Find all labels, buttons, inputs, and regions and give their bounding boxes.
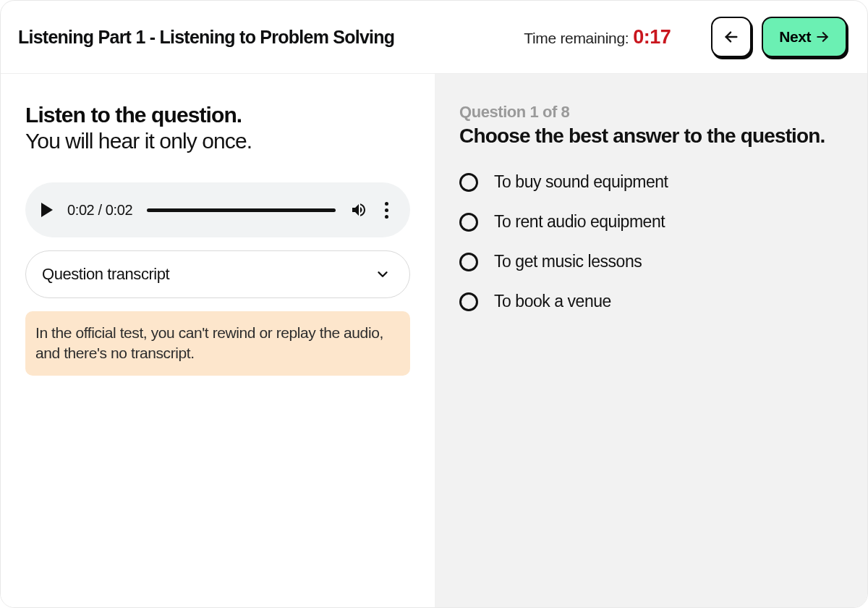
question-prompt: Choose the best answer to the question.: [459, 124, 843, 148]
question-index: Question 1 of 8: [459, 103, 843, 122]
audio-time: 0:02 / 0:02: [67, 202, 132, 219]
volume-icon[interactable]: [350, 201, 367, 219]
kebab-menu-icon[interactable]: [382, 199, 391, 221]
instruction-heading: Listen to the question.: [25, 103, 410, 127]
option-3[interactable]: To book a venue: [459, 292, 843, 311]
timer-label: Time remaining:: [524, 30, 629, 47]
chevron-down-icon: [375, 266, 391, 282]
nav-buttons: Next: [711, 17, 847, 57]
option-1[interactable]: To rent audio equipment: [459, 212, 843, 232]
option-label: To rent audio equipment: [494, 212, 665, 232]
arrow-right-icon: [815, 30, 830, 44]
option-2[interactable]: To get music lessons: [459, 252, 843, 271]
back-button[interactable]: [711, 17, 752, 57]
audio-total-time: 0:02: [106, 202, 132, 218]
info-notice: In the official test, you can't rewind o…: [25, 311, 410, 376]
transcript-toggle[interactable]: Question transcript: [25, 250, 410, 298]
audio-progress-bar[interactable]: [147, 208, 336, 212]
left-panel: Listen to the question. You will hear it…: [1, 74, 435, 607]
audio-player: 0:02 / 0:02: [25, 182, 410, 237]
app-window: Listening Part 1 - Listening to Problem …: [0, 0, 868, 608]
radio-icon: [459, 253, 478, 271]
option-label: To get music lessons: [494, 252, 642, 271]
radio-icon: [459, 213, 478, 232]
option-0[interactable]: To buy sound equipment: [459, 172, 843, 192]
options-list: To buy sound equipment To rent audio equ…: [459, 172, 843, 311]
next-button[interactable]: Next: [762, 17, 847, 57]
body: Listen to the question. You will hear it…: [1, 74, 867, 607]
instruction-subheading: You will hear it only once.: [25, 129, 410, 153]
play-icon[interactable]: [41, 203, 53, 217]
timer: Time remaining: 0:17: [524, 26, 671, 48]
audio-current-time: 0:02: [67, 202, 94, 218]
right-panel: Question 1 of 8 Choose the best answer t…: [435, 74, 867, 607]
header: Listening Part 1 - Listening to Problem …: [1, 1, 867, 74]
arrow-left-icon: [723, 29, 739, 45]
option-label: To book a venue: [494, 292, 611, 311]
timer-value: 0:17: [633, 26, 671, 48]
page-title: Listening Part 1 - Listening to Problem …: [18, 27, 509, 48]
next-button-label: Next: [779, 28, 811, 46]
radio-icon: [459, 173, 478, 192]
transcript-label: Question transcript: [42, 265, 169, 284]
radio-icon: [459, 292, 478, 311]
option-label: To buy sound equipment: [494, 172, 668, 192]
